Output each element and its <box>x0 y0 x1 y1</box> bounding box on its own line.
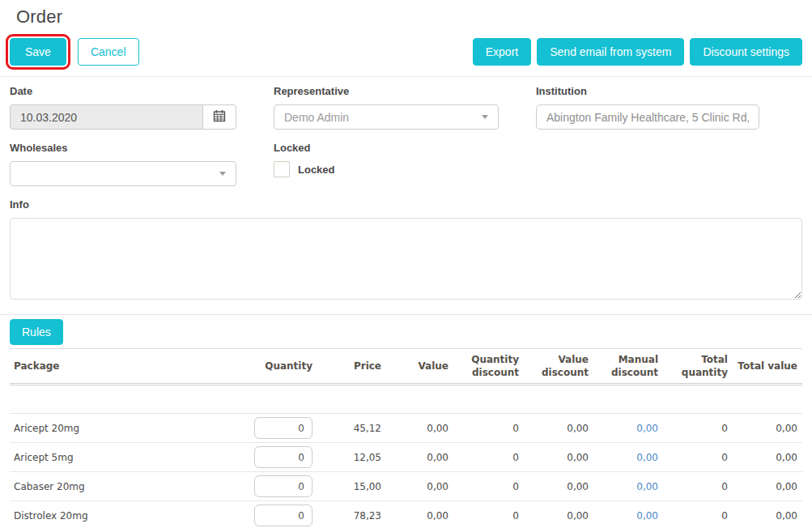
value-discount-cell: 0,00 <box>524 472 593 501</box>
quantity-discount-cell: 0 <box>453 443 524 472</box>
column-header: Total value <box>733 349 802 385</box>
quantity-input[interactable] <box>254 505 312 526</box>
column-header: Package <box>10 349 243 385</box>
locked-checkbox[interactable] <box>274 161 290 177</box>
calendar-button[interactable] <box>202 104 236 130</box>
total-quantity-cell: 0 <box>663 443 733 472</box>
total-value-cell: 0,00 <box>733 472 802 501</box>
manual-discount-link[interactable]: 0,00 <box>636 452 658 463</box>
quantity-discount-cell: 0 <box>453 472 524 501</box>
institution-input[interactable] <box>536 104 759 130</box>
locked-checkbox-label: Locked <box>298 164 335 176</box>
wholesales-label: Wholesales <box>10 142 236 154</box>
order-items-section: Rules PackageQuantityPriceValueQuantity … <box>0 314 812 528</box>
total-value-cell: 0,00 <box>733 414 802 443</box>
total-quantity-cell: 0 <box>663 414 733 443</box>
column-header: Price <box>317 349 386 385</box>
locked-label: Locked <box>274 142 499 154</box>
price-cell: 45,12 <box>317 414 386 443</box>
price-cell: 15,00 <box>317 472 386 501</box>
value-cell: 0,00 <box>386 501 453 528</box>
table-row: Cabaser 20mg15,000,0000,000,0000,00 <box>10 472 802 501</box>
manual-discount-link[interactable]: 0,00 <box>636 510 658 522</box>
wholesales-field-group: Wholesales <box>10 142 236 186</box>
date-input[interactable] <box>10 104 202 130</box>
institution-field-group: Institution <box>536 85 759 130</box>
column-header: Value discount <box>524 349 593 385</box>
empty-row <box>10 385 802 414</box>
chevron-down-icon <box>482 115 488 119</box>
representative-select[interactable]: Demo Admin <box>274 104 499 130</box>
total-quantity-cell: 0 <box>663 472 733 501</box>
price-cell: 12,05 <box>317 443 386 472</box>
discount-settings-button[interactable]: Discount settings <box>690 38 802 66</box>
package-name: Distrolex 20mg <box>10 501 243 528</box>
value-cell: 0,00 <box>386 414 453 443</box>
column-header: Manual discount <box>593 349 663 385</box>
column-header: Total quantity <box>663 349 733 385</box>
total-value-cell: 0,00 <box>733 501 802 528</box>
column-header: Quantity discount <box>453 349 524 385</box>
value-cell: 0,00 <box>386 472 453 501</box>
table-row: Aricept 20mg45,120,0000,000,0000,00 <box>10 414 802 443</box>
cancel-button[interactable]: Cancel <box>78 38 139 66</box>
chevron-down-icon <box>219 172 226 176</box>
total-value-cell: 0,00 <box>733 443 802 472</box>
manual-discount-link[interactable]: 0,00 <box>636 481 658 492</box>
package-name: Aricept 20mg <box>10 414 243 443</box>
quantity-input[interactable] <box>254 475 312 497</box>
value-cell: 0,00 <box>386 443 453 472</box>
info-field-group: Info <box>10 198 802 303</box>
order-form: Date <box>0 77 812 303</box>
save-button[interactable]: Save <box>10 38 66 66</box>
package-name: Cabaser 20mg <box>10 472 243 501</box>
column-header: Value <box>386 349 453 385</box>
table-row: Distrolex 20mg78,230,0000,000,0000,00 <box>10 501 802 528</box>
calendar-icon <box>213 109 226 125</box>
info-textarea[interactable] <box>10 218 802 300</box>
page-title: Order <box>0 0 812 28</box>
quantity-discount-cell: 0 <box>453 414 524 443</box>
date-label: Date <box>10 85 236 97</box>
toolbar: Save Cancel Export Send email from syste… <box>0 38 812 66</box>
table-body: Aricept 20mg45,120,0000,000,0000,00Arice… <box>10 385 802 528</box>
value-discount-cell: 0,00 <box>524 501 593 528</box>
toolbar-left: Save Cancel <box>10 38 139 66</box>
table-header-row: PackageQuantityPriceValueQuantity discou… <box>10 349 802 385</box>
order-items-table: PackageQuantityPriceValueQuantity discou… <box>10 348 802 528</box>
representative-label: Representative <box>274 85 499 97</box>
toolbar-right: Export Send email from system Discount s… <box>473 38 802 66</box>
value-discount-cell: 0,00 <box>524 414 593 443</box>
quantity-input[interactable] <box>254 417 312 439</box>
rules-button[interactable]: Rules <box>10 319 63 345</box>
date-field-group: Date <box>10 85 236 130</box>
price-cell: 78,23 <box>317 501 386 528</box>
wholesales-select[interactable] <box>10 161 236 186</box>
quantity-input[interactable] <box>254 446 312 468</box>
representative-value: Demo Admin <box>284 111 349 124</box>
send-email-button[interactable]: Send email from system <box>537 38 684 66</box>
column-header: Quantity <box>243 349 317 385</box>
manual-discount-link[interactable]: 0,00 <box>636 423 658 434</box>
table-row: Aricept 5mg12,050,0000,000,0000,00 <box>10 443 802 472</box>
quantity-discount-cell: 0 <box>453 501 524 528</box>
locked-field-group: Locked Locked <box>274 142 499 186</box>
representative-field-group: Representative Demo Admin <box>274 85 499 130</box>
info-label: Info <box>10 198 802 211</box>
package-name: Aricept 5mg <box>10 443 243 472</box>
export-button[interactable]: Export <box>473 38 531 66</box>
institution-label: Institution <box>536 85 759 97</box>
total-quantity-cell: 0 <box>663 501 733 528</box>
value-discount-cell: 0,00 <box>524 443 593 472</box>
